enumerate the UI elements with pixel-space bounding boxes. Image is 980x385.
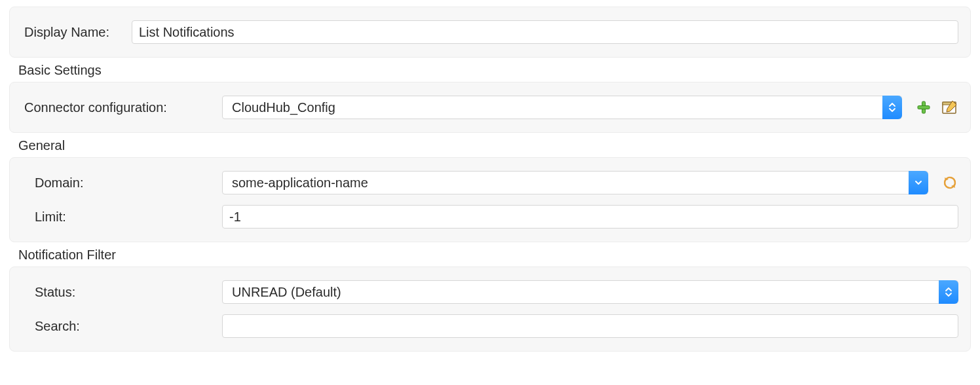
chevron-down-icon[interactable]	[909, 171, 928, 194]
general-title: General	[0, 133, 980, 157]
domain-combo[interactable]	[222, 171, 928, 194]
domain-row: Domain:	[22, 168, 958, 197]
display-name-input[interactable]	[132, 20, 958, 44]
search-label: Search:	[22, 319, 222, 334]
plus-icon	[916, 100, 931, 115]
chevron-updown-icon[interactable]	[882, 96, 902, 119]
svg-rect-1	[918, 106, 930, 109]
status-combo[interactable]	[222, 280, 958, 304]
basic-settings-panel: Connector configuration:	[9, 82, 971, 133]
notification-filter-panel: Status: Search:	[9, 266, 971, 352]
edit-icon	[942, 100, 958, 115]
limit-row: Limit:	[22, 202, 958, 231]
add-config-button[interactable]	[915, 99, 932, 116]
connector-config-row: Connector configuration:	[22, 93, 958, 122]
connector-config-combo[interactable]	[222, 96, 902, 119]
limit-input[interactable]	[222, 205, 958, 229]
connector-config-label: Connector configuration:	[22, 100, 222, 115]
search-input[interactable]	[222, 314, 958, 338]
chevron-updown-icon[interactable]	[939, 280, 958, 304]
refresh-icon	[943, 175, 957, 190]
domain-input[interactable]	[222, 171, 928, 194]
basic-settings-title: Basic Settings	[0, 58, 980, 82]
connector-config-value[interactable]	[222, 96, 902, 119]
display-name-panel: Display Name:	[9, 7, 971, 58]
notification-filter-title: Notification Filter	[0, 242, 980, 266]
refresh-domain-button[interactable]	[941, 174, 958, 191]
status-label: Status:	[22, 285, 222, 300]
limit-label: Limit:	[22, 210, 222, 225]
status-value[interactable]	[222, 280, 958, 304]
display-name-row: Display Name:	[22, 18, 958, 46]
domain-actions	[941, 174, 958, 191]
connector-config-actions	[915, 99, 958, 116]
domain-label: Domain:	[22, 175, 222, 191]
status-row: Status:	[22, 278, 958, 306]
edit-config-button[interactable]	[941, 99, 958, 116]
general-panel: Domain:	[9, 157, 971, 242]
display-name-label: Display Name:	[22, 25, 132, 40]
search-row: Search:	[22, 312, 958, 340]
